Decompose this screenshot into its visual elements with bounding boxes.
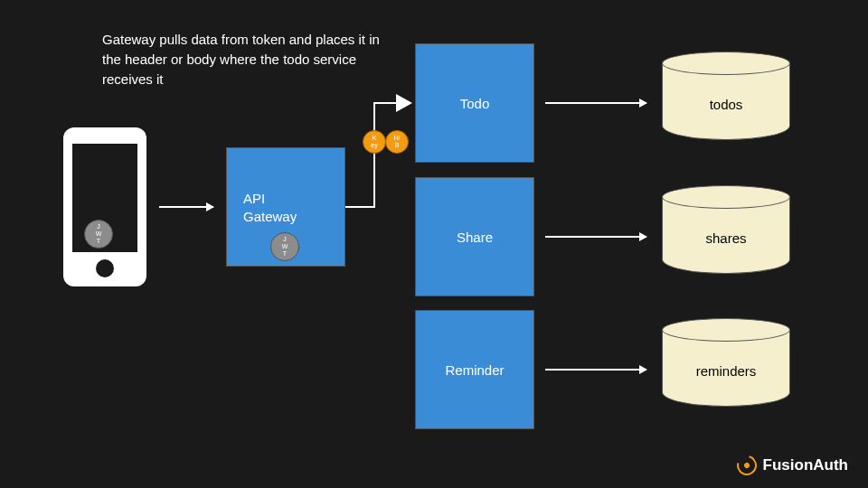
cylinder-top-icon bbox=[662, 318, 790, 342]
service-label: Share bbox=[457, 230, 493, 245]
phone-home-button-icon bbox=[96, 259, 114, 277]
arrow-share-to-db bbox=[545, 236, 646, 238]
phone-device-icon bbox=[63, 127, 146, 286]
jwt-token-badge-phone: J W T bbox=[84, 220, 113, 249]
service-box-todo: Todo bbox=[415, 43, 534, 163]
arrow-phone-to-gateway bbox=[159, 206, 213, 208]
arrow-gateway-to-todo bbox=[345, 102, 416, 211]
key-badge: K ey bbox=[363, 130, 386, 154]
service-label: Todo bbox=[460, 96, 490, 111]
database-todos: todos bbox=[662, 52, 790, 140]
database-label: shares bbox=[662, 230, 790, 246]
fusionauth-logo-text: FusionAuth bbox=[763, 456, 848, 474]
database-label: reminders bbox=[662, 363, 790, 379]
service-box-reminder: Reminder bbox=[415, 310, 534, 429]
database-shares: shares bbox=[662, 185, 790, 274]
api-gateway-label: API Gateway bbox=[243, 190, 297, 227]
fusionauth-logo-icon bbox=[733, 452, 760, 479]
cylinder-top-icon bbox=[662, 52, 790, 75]
arrow-todo-to-db bbox=[545, 102, 646, 104]
caption-text: Gateway pulls data from token and places… bbox=[102, 30, 382, 89]
header-body-badge: H/ B bbox=[385, 130, 409, 154]
arrow-reminder-to-db bbox=[545, 369, 646, 371]
database-reminders: reminders bbox=[662, 318, 790, 407]
service-box-share: Share bbox=[415, 177, 534, 296]
service-label: Reminder bbox=[445, 362, 504, 378]
cylinder-top-icon bbox=[662, 185, 790, 209]
database-label: todos bbox=[662, 97, 790, 112]
fusionauth-logo: FusionAuth bbox=[737, 455, 848, 475]
jwt-token-badge-gateway: J W T bbox=[270, 232, 299, 261]
